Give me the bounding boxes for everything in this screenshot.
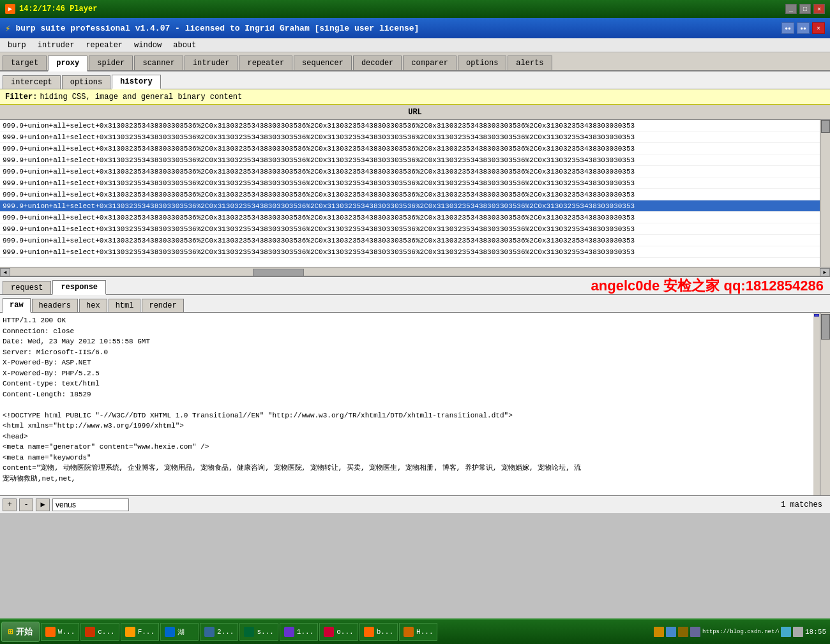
- menu-intruder[interactable]: intruder: [33, 40, 80, 51]
- url-row[interactable]: 999.9+union+all+select+0x313032353438303…: [0, 131, 820, 143]
- main-tabs: target proxy spider scanner intruder rep…: [0, 52, 830, 71]
- tray-time: 18:55: [805, 628, 826, 636]
- tab-sequencer[interactable]: sequencer: [294, 56, 352, 70]
- taskbar-item-3[interactable]: 湖: [160, 623, 199, 641]
- start-button[interactable]: ⊞ 开始: [1, 622, 40, 642]
- subtab-intercept[interactable]: intercept: [3, 75, 61, 89]
- taskbar-item-6[interactable]: 1...: [280, 623, 318, 641]
- filter-label: Filter:: [5, 93, 37, 101]
- hscroll-track: [10, 268, 820, 277]
- taskbar-item-0[interactable]: W...: [41, 623, 79, 641]
- taskbar-label-5: s...: [257, 628, 273, 636]
- response-tab-headers[interactable]: headers: [32, 299, 78, 312]
- taskbar-label-1: c...: [98, 628, 114, 636]
- tab-response[interactable]: response: [52, 280, 106, 295]
- url-table-header: URL: [0, 105, 830, 120]
- content-scroll-thumb[interactable]: [821, 314, 830, 340]
- url-row[interactable]: 999.9+union+all+select+0x313032353438303…: [0, 143, 820, 154]
- subtab-history[interactable]: history: [112, 75, 160, 89]
- burp-close[interactable]: ✕: [812, 22, 825, 34]
- response-tab-html[interactable]: html: [109, 299, 141, 312]
- filter-text: hiding CSS, image and general binary con…: [40, 93, 242, 101]
- vmware-titlebar: ▶ 14:2/17:46 Player _ □ ✕: [0, 0, 830, 18]
- url-table-container: URL 999.9+union+all+select+0x31303235343…: [0, 105, 830, 277]
- tab-spider[interactable]: spider: [89, 56, 133, 70]
- find-prev-button[interactable]: -: [19, 498, 33, 511]
- tab-alerts[interactable]: alerts: [508, 56, 552, 70]
- vmware-icon: ▶: [5, 4, 15, 14]
- maximize-button[interactable]: □: [799, 4, 811, 14]
- taskbar-icon-2: [125, 627, 135, 637]
- start-label: 开始: [16, 626, 33, 638]
- taskbar-label-8: b...: [377, 628, 393, 636]
- taskbar-item-4[interactable]: 2...: [200, 623, 238, 641]
- start-icon: ⊞: [8, 627, 13, 637]
- url-row-selected[interactable]: 999.9+union+all+select+0x313032353438303…: [0, 200, 820, 212]
- response-tab-raw[interactable]: raw: [3, 298, 31, 313]
- response-tab-hex[interactable]: hex: [79, 299, 107, 312]
- url-row[interactable]: 999.9+union+all+select+0x313032353438303…: [0, 212, 820, 223]
- url-row[interactable]: 999.9+union+all+select+0x313032353438303…: [0, 120, 820, 131]
- taskbar-icon-3: [165, 627, 175, 637]
- taskbar-item-8[interactable]: b...: [359, 623, 398, 641]
- titlebar-controls: _ □ ✕: [785, 4, 825, 14]
- find-next-button[interactable]: ▶: [36, 498, 50, 511]
- tab-comparer[interactable]: comparer: [403, 56, 456, 70]
- menu-window[interactable]: window: [129, 40, 167, 51]
- url-row[interactable]: 999.9+union+all+select+0x313032353438303…: [0, 189, 820, 200]
- tab-proxy[interactable]: proxy: [48, 56, 87, 71]
- menu-repeater[interactable]: repeater: [80, 40, 128, 51]
- url-row[interactable]: 999.9+union+all+select+0x313032353438303…: [0, 246, 820, 258]
- tab-target[interactable]: target: [3, 56, 47, 70]
- tab-decoder[interactable]: decoder: [353, 56, 402, 70]
- minimize-button[interactable]: _: [785, 4, 797, 14]
- burp-title-controls: ●● ●● ✕: [781, 22, 825, 34]
- content-area: HTTP/1.1 200 OK Connection: close Date: …: [0, 313, 830, 495]
- sub-tabs: intercept options history: [0, 71, 830, 89]
- taskbar-items: W... c... F... 湖 2... s... 1... o...: [41, 623, 650, 641]
- response-content[interactable]: HTTP/1.1 200 OK Connection: close Date: …: [0, 313, 820, 495]
- url-row[interactable]: 999.9+union+all+select+0x313032353438303…: [0, 177, 820, 189]
- tab-scanner[interactable]: scanner: [134, 56, 183, 70]
- taskbar-item-2[interactable]: F...: [121, 623, 159, 641]
- url-row[interactable]: 999.9+union+all+select+0x313032353438303…: [0, 154, 820, 166]
- url-row[interactable]: 999.9+union+all+select+0x313032353438303…: [0, 223, 820, 235]
- tab-options[interactable]: options: [458, 56, 506, 70]
- taskbar-item-5[interactable]: s...: [239, 623, 278, 641]
- tray-icon-2: [678, 627, 688, 637]
- taskbar-item-1[interactable]: c...: [80, 623, 119, 641]
- url-table-body[interactable]: 999.9+union+all+select+0x313032353438303…: [0, 120, 820, 267]
- subtab-options[interactable]: options: [62, 75, 110, 89]
- taskbar-label-9: H...: [416, 628, 433, 636]
- find-add-button[interactable]: +: [3, 498, 17, 511]
- taskbar-label-4: 2...: [217, 628, 234, 636]
- scroll-thumb[interactable]: [821, 120, 830, 133]
- tab-request[interactable]: request: [3, 281, 51, 294]
- find-bar: + - ▶ 1 matches: [0, 495, 830, 513]
- find-input[interactable]: [52, 498, 129, 511]
- burp-minimize[interactable]: ●●: [781, 22, 794, 34]
- taskbar-label-0: W...: [58, 628, 75, 636]
- panel-tabs-row: request response angelc0de 安检之家 qq:18128…: [0, 277, 830, 295]
- taskbar-icon-8: [364, 627, 374, 637]
- hscroll-thumb[interactable]: [253, 269, 304, 276]
- content-vscrollbar[interactable]: [820, 313, 830, 495]
- taskbar-item-9[interactable]: H...: [399, 623, 437, 641]
- taskbar-icon-0: [45, 627, 56, 637]
- tray-url: https://blog.csdn.net/qq_33608000: [702, 629, 779, 635]
- tab-repeater[interactable]: repeater: [239, 56, 292, 70]
- url-table-vscroll[interactable]: [820, 120, 830, 267]
- hscroll-right[interactable]: ▶: [820, 268, 830, 277]
- burp-maximize[interactable]: ●●: [797, 22, 810, 34]
- url-row[interactable]: 999.9+union+all+select+0x313032353438303…: [0, 235, 820, 246]
- tab-intruder[interactable]: intruder: [185, 56, 238, 70]
- response-tab-render[interactable]: render: [142, 299, 183, 312]
- menu-about[interactable]: about: [168, 40, 201, 51]
- burp-titlebar: ⚡ burp suite professional v1.4.07 - lice…: [0, 18, 830, 38]
- tray-icon-0: [654, 627, 664, 637]
- hscroll-left[interactable]: ◀: [0, 268, 10, 277]
- close-button[interactable]: ✕: [813, 4, 825, 14]
- url-row[interactable]: 999.9+union+all+select+0x313032353438303…: [0, 166, 820, 177]
- menu-burp[interactable]: burp: [3, 40, 31, 51]
- taskbar-item-7[interactable]: o...: [319, 623, 358, 641]
